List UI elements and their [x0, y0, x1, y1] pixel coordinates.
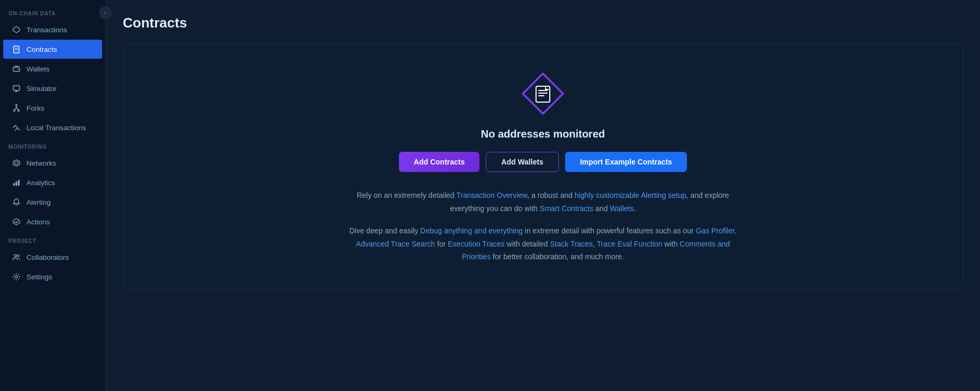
alerting-setup-link[interactable]: highly customizable Alerting setup — [575, 191, 686, 199]
sidebar-item-transactions[interactable]: Transactions — [3, 20, 102, 39]
svg-rect-4 — [13, 67, 20, 71]
sidebar-item-analytics[interactable]: Analytics — [3, 173, 102, 192]
sidebar-section-monitoring: MONITORINGNetworksAnalyticsAlertingActio… — [0, 138, 105, 231]
svg-rect-16 — [18, 180, 20, 186]
svg-marker-12 — [13, 160, 20, 166]
desc2-mid4: with detailed — [505, 240, 550, 248]
collaborators-icon — [12, 252, 21, 262]
contracts-icon — [12, 44, 21, 54]
desc1-prefix: Rely on an extremely detailed — [357, 191, 456, 199]
sidebar-item-simulator[interactable]: Simulator — [3, 79, 102, 98]
svg-rect-6 — [13, 86, 20, 90]
sidebar-item-label: Contracts — [26, 46, 57, 53]
sidebar-item-label: Networks — [26, 159, 56, 167]
sidebar-item-alerting[interactable]: Alerting — [3, 193, 102, 212]
sidebar-item-contracts[interactable]: Contracts — [3, 40, 102, 59]
sidebar-section-label: MONITORING — [0, 138, 105, 153]
sidebar-item-label: Alerting — [26, 198, 51, 206]
trace-eval-function-link[interactable]: Trace Eval Function — [597, 240, 663, 248]
desc1-mid3: and — [593, 204, 610, 213]
simulator-icon — [12, 84, 21, 93]
desc1-suffix: . — [634, 204, 636, 213]
desc2-prefix: Dive deep and easily — [349, 226, 420, 235]
sidebar-item-label: Simulator — [26, 85, 57, 93]
sidebar-item-settings[interactable]: Settings — [3, 267, 102, 286]
sidebar-item-label: Transactions — [26, 26, 67, 34]
empty-state-card: No addresses monitored Add Contracts Add… — [123, 44, 963, 289]
svg-point-10 — [14, 110, 15, 112]
add-wallets-button[interactable]: Add Wallets — [486, 152, 559, 172]
sidebar-item-collaborators[interactable]: Collaborators — [3, 248, 102, 267]
no-addresses-label: No addresses monitored — [481, 128, 605, 140]
sidebar-item-actions[interactable]: Actions — [3, 212, 102, 231]
local-transactions-icon — [12, 123, 21, 132]
desc2-mid5: , — [593, 240, 597, 248]
sidebar-item-forks[interactable]: Forks — [3, 98, 102, 117]
sidebar-item-wallets[interactable]: Wallets — [3, 59, 102, 78]
svg-marker-0 — [13, 26, 20, 33]
svg-marker-21 — [523, 74, 563, 114]
execution-traces-link[interactable]: Execution Traces — [448, 240, 504, 248]
forks-icon — [12, 103, 21, 113]
smart-contracts-link[interactable]: Smart Contracts — [540, 204, 593, 213]
svg-point-18 — [14, 254, 16, 257]
desc2-suffix: for better collaboration, and much more. — [491, 252, 624, 261]
desc1-mid1: , a robust and — [527, 191, 575, 199]
sidebar-item-label: Forks — [26, 104, 44, 112]
sidebar-section-label: PROJECT — [0, 232, 105, 247]
description-paragraph-1: Rely on an extremely detailed Transactio… — [342, 189, 744, 215]
sidebar-item-networks[interactable]: Networks — [3, 153, 102, 172]
desc2-mid3: for — [435, 240, 448, 248]
sidebar-section-project: PROJECTCollaboratorsSettings — [0, 232, 105, 286]
sidebar-item-label: Local Transactions — [26, 124, 86, 132]
debug-link[interactable]: Debug anything and everything — [420, 226, 523, 235]
svg-rect-14 — [13, 183, 15, 186]
page-title: Contracts — [123, 15, 963, 31]
sidebar-item-local-transactions[interactable]: Local Transactions — [3, 118, 102, 137]
sidebar-section-label: ON-CHAIN DATA — [0, 4, 105, 20]
analytics-icon — [12, 178, 21, 187]
description-block: Rely on an extremely detailed Transactio… — [342, 189, 744, 263]
sidebar: ‹ ON-CHAIN DATATransactionsContractsWall… — [0, 0, 106, 391]
svg-marker-13 — [15, 161, 18, 165]
sidebar-item-label: Wallets — [26, 65, 50, 73]
add-contracts-button[interactable]: Add Contracts — [399, 152, 479, 172]
desc2-mid2: , — [734, 226, 737, 235]
wallets-link[interactable]: Wallets — [610, 204, 633, 213]
svg-rect-15 — [16, 181, 17, 186]
sidebar-collapse-button[interactable]: ‹ — [99, 6, 112, 19]
actions-icon — [12, 217, 21, 226]
sidebar-section-on-chain-data: ON-CHAIN DATATransactionsContractsWallet… — [0, 4, 105, 137]
desc2-mid1: in extreme detail with powerful features… — [523, 226, 696, 235]
svg-rect-22 — [536, 86, 550, 102]
contract-diamond-icon — [519, 70, 567, 117]
svg-point-20 — [15, 276, 17, 278]
desc2-mid6: with — [663, 240, 680, 248]
svg-point-19 — [17, 255, 20, 257]
networks-icon — [12, 158, 21, 168]
import-example-contracts-button[interactable]: Import Example Contracts — [565, 152, 687, 172]
alerting-icon — [12, 197, 21, 207]
svg-point-5 — [17, 69, 19, 70]
sidebar-item-label: Analytics — [26, 179, 55, 187]
sidebar-item-label: Collaborators — [26, 253, 69, 261]
svg-marker-17 — [13, 219, 20, 225]
transactions-icon — [12, 25, 21, 34]
transaction-overview-link[interactable]: Transaction Overview — [456, 191, 527, 199]
svg-point-11 — [18, 110, 20, 112]
advanced-trace-search-link[interactable]: Advanced Trace Search — [356, 240, 435, 248]
wallets-icon — [12, 64, 21, 74]
sidebar-item-label: Actions — [26, 218, 50, 226]
stack-traces-link[interactable]: Stack Traces — [550, 240, 593, 248]
description-paragraph-2: Dive deep and easily Debug anything and … — [342, 224, 744, 263]
sidebar-item-label: Settings — [26, 273, 52, 281]
main-content: Contracts No addresses monitored Add Con… — [106, 0, 980, 391]
settings-icon — [12, 272, 21, 281]
action-buttons-group: Add Contracts Add Wallets Import Example… — [399, 152, 687, 172]
gas-profiler-link[interactable]: Gas Profiler — [696, 226, 734, 235]
